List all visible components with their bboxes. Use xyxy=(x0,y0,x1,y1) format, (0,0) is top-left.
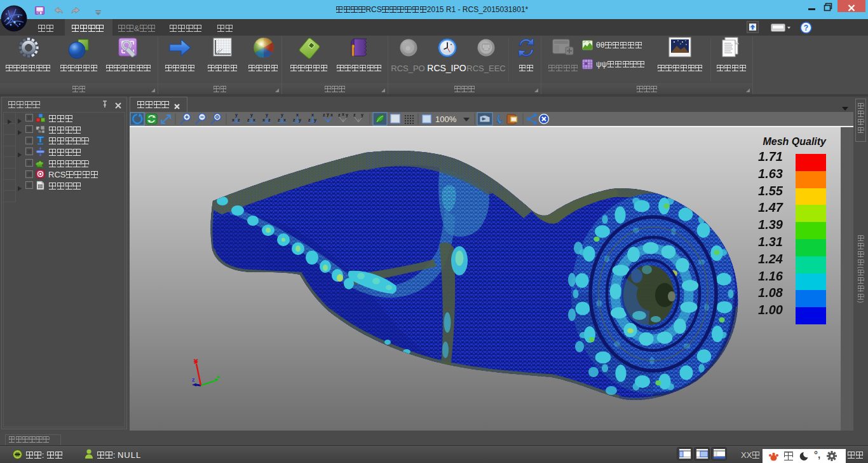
svg-text:z: z xyxy=(308,118,311,122)
svg-text:z: z xyxy=(323,113,325,117)
svg-text:y: y xyxy=(235,113,238,118)
svg-text:z: z xyxy=(247,118,250,122)
svg-text:x: x xyxy=(262,118,265,122)
svg-text:z: z xyxy=(238,118,240,122)
svg-text:y: y xyxy=(327,112,329,117)
svg-text:z: z xyxy=(268,118,271,122)
svg-text:?: ? xyxy=(804,24,808,32)
svg-text:y: y xyxy=(250,113,253,118)
svg-text:x: x xyxy=(232,118,234,122)
svg-text:x: x xyxy=(342,112,344,116)
svg-text:y: y xyxy=(346,113,348,118)
svg-text:y: y xyxy=(361,113,363,118)
svg-text:y: y xyxy=(299,118,301,123)
svg-text:x: x xyxy=(311,113,314,117)
svg-text:x: x xyxy=(253,118,255,122)
svg-text:z: z xyxy=(192,377,195,383)
svg-text:100%: 100% xyxy=(435,114,457,124)
svg-text:z: z xyxy=(278,118,280,122)
svg-text:y: y xyxy=(314,118,316,123)
svg-text:z: z xyxy=(338,113,341,117)
svg-text:z: z xyxy=(293,118,295,122)
svg-text:z: z xyxy=(353,113,356,117)
svg-text:y: y xyxy=(281,113,283,118)
svg-text:x: x xyxy=(283,118,286,122)
svg-text:x: x xyxy=(296,113,299,117)
svg-text:x: x xyxy=(330,113,333,117)
svg-text:y: y xyxy=(266,113,268,118)
